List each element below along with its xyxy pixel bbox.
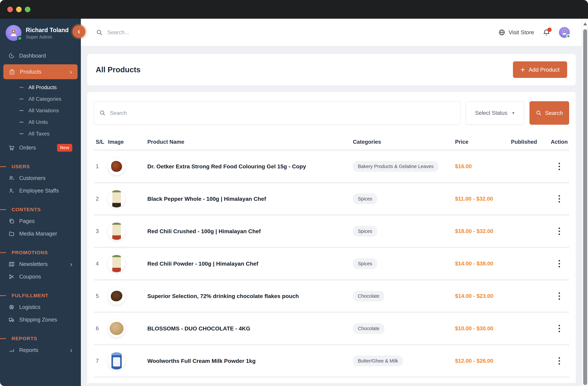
add-product-button[interactable]: + Add Product <box>513 61 567 78</box>
sidebar-section-contents: CONTENTS <box>0 204 81 215</box>
sidebar-section-promotions: PROMOTIONS <box>0 247 81 258</box>
sidebar-subitem-all-units[interactable]: All Units <box>0 116 81 128</box>
table-row: 4 Red Chili Powder - 100g | Himalayan Ch… <box>94 247 569 279</box>
category-chip: Spices <box>353 226 377 237</box>
chevron-right-icon: › <box>70 347 72 353</box>
row-serial: 1 <box>94 163 108 170</box>
sidebar-item-label: Employee Staffs <box>19 188 72 194</box>
column-header-sl: S/L <box>94 139 108 145</box>
sidebar-item-media-manager[interactable]: Media Manager <box>0 227 81 240</box>
scrollbar-thumb[interactable] <box>583 29 587 385</box>
product-price: $11.00 - $32.00 <box>455 196 511 202</box>
user-role: Super Admin <box>26 34 69 40</box>
sidebar-subitem-all-categories[interactable]: All Categories <box>0 93 81 105</box>
window-maximize-button[interactable] <box>25 7 30 12</box>
product-price: $18.00 - $32.00 <box>455 228 511 234</box>
visit-store-link[interactable]: Visit Store <box>498 29 534 36</box>
sidebar-section-reports: REPORTS <box>0 333 81 344</box>
search-button[interactable]: Search <box>529 101 569 125</box>
window-close-button[interactable] <box>7 7 13 12</box>
column-header-price: Price <box>455 139 511 145</box>
notifications-button[interactable] <box>543 29 550 36</box>
notification-badge-dot <box>547 28 552 32</box>
product-image <box>108 287 125 305</box>
profile-avatar-button[interactable] <box>559 27 570 38</box>
product-name: Black Pepper Whole - 100g | Himalayan Ch… <box>147 196 353 202</box>
bar-chart-icon <box>9 347 15 353</box>
customers-icon <box>9 175 15 181</box>
submenu-label: All Variations <box>28 107 59 114</box>
sidebar-item-customers[interactable]: Customers <box>0 172 81 184</box>
column-header-action: Action <box>549 139 569 145</box>
shopping-bag-icon <box>9 69 15 75</box>
cart-icon <box>9 145 15 151</box>
chevron-left-icon: ‹ <box>78 27 80 35</box>
row-serial: 6 <box>94 325 108 332</box>
sidebar-item-label: Products <box>20 69 65 75</box>
table-search-field <box>94 101 460 125</box>
page-title: All Products <box>96 65 141 74</box>
sidebar-item-label: Media Manager <box>19 231 72 237</box>
product-image <box>108 352 125 369</box>
row-actions-menu-button[interactable] <box>557 161 562 172</box>
sidebar-item-shipping-zones[interactable]: Shipping Zones <box>0 313 81 326</box>
sidebar-item-products[interactable]: Products › <box>3 64 78 79</box>
sidebar-collapse-button[interactable]: ‹ <box>72 25 85 38</box>
products-table-card: Select Status ▾ Search S/L Image Product… <box>87 92 576 383</box>
product-image <box>108 158 125 175</box>
category-chip: Chocolate <box>353 323 384 334</box>
sidebar-item-employee-staffs[interactable]: Employee Staffs <box>0 184 81 197</box>
sidebar-item-logistics[interactable]: Logistics <box>0 301 81 313</box>
product-image <box>108 223 125 240</box>
submenu-label: All Products <box>28 84 57 90</box>
sidebar-item-newsletters[interactable]: Newsletters › <box>0 258 81 270</box>
sidebar-user[interactable]: Richard Toland Super Admin <box>0 19 81 45</box>
row-actions-menu-button[interactable] <box>557 356 562 366</box>
row-actions-menu-button[interactable] <box>557 226 562 237</box>
category-chip: Bakery Products & Gelatine Leaves <box>353 161 439 172</box>
newsletter-map-icon <box>9 261 15 267</box>
orders-new-badge: New <box>57 144 72 152</box>
sidebar-item-coupons[interactable]: Coupons <box>0 270 81 283</box>
sidebar-item-dashboard[interactable]: Dashboard <box>0 49 81 62</box>
row-serial: 5 <box>94 293 108 299</box>
table-search-input[interactable] <box>110 110 455 116</box>
search-icon <box>96 29 103 36</box>
row-actions-menu-button[interactable] <box>557 323 562 334</box>
global-search-input[interactable] <box>107 29 206 36</box>
column-header-product-name: Product Name <box>147 139 353 145</box>
submenu-dash-icon <box>20 110 23 111</box>
product-name: Superior Selection, 72% drinking chocola… <box>147 293 353 299</box>
submenu-label: All Units <box>28 119 48 125</box>
product-name: Dr. Oetker Extra Strong Red Food Colouri… <box>147 163 353 170</box>
sidebar-item-reports[interactable]: Reports › <box>0 344 81 356</box>
sidebar-item-orders[interactable]: Orders New <box>0 141 81 154</box>
sidebar-subitem-all-products[interactable]: All Products <box>0 82 81 93</box>
sidebar-item-label: Dashboard <box>19 53 72 59</box>
product-name: Red Chili Powder - 100g | Himalayan Chef <box>147 260 353 267</box>
search-icon <box>99 110 106 116</box>
submenu-dash-icon <box>20 122 23 123</box>
product-price: $14.00 - $23.00 <box>455 293 511 299</box>
person-icon <box>561 29 568 36</box>
window-minimize-button[interactable] <box>16 7 22 12</box>
sidebar-item-pages[interactable]: Pages <box>0 215 81 227</box>
scissors-icon <box>9 274 15 280</box>
row-serial: 3 <box>94 228 108 234</box>
online-status-dot <box>17 36 22 41</box>
scrollbar-up-arrow[interactable] <box>583 23 587 25</box>
product-image <box>108 190 125 207</box>
row-serial: 4 <box>94 260 108 267</box>
online-status-dot <box>566 34 570 38</box>
category-chip: Butter/Ghee & Milk <box>353 356 403 366</box>
sidebar-item-label: Orders <box>19 145 36 151</box>
row-actions-menu-button[interactable] <box>557 291 562 301</box>
status-select[interactable]: Select Status ▾ <box>466 101 524 125</box>
pages-icon <box>9 218 15 224</box>
row-actions-menu-button[interactable] <box>557 258 562 269</box>
truck-icon <box>9 317 15 323</box>
row-actions-menu-button[interactable] <box>557 193 562 204</box>
sidebar-subitem-all-variations[interactable]: All Variations <box>0 105 81 116</box>
sidebar-subitem-all-taxes[interactable]: All Taxes <box>0 128 81 139</box>
search-icon <box>536 110 542 116</box>
